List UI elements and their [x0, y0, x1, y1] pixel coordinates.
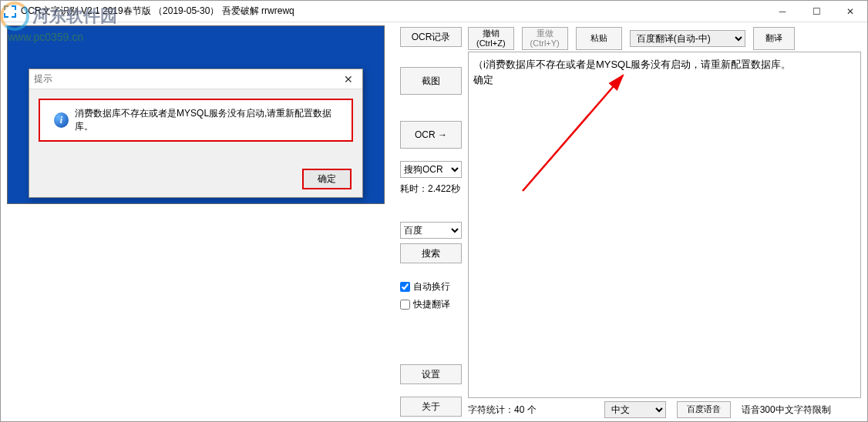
window-controls: ─ ☐ ✕	[765, 1, 867, 22]
voice-button[interactable]: 百度语音	[677, 401, 731, 418]
screenshot-button[interactable]: 截图	[400, 67, 462, 95]
output-textarea[interactable]: （i消费数据库不存在或者是MYSQL服务没有启动，请重新配置数据库。 确定	[468, 52, 861, 398]
svg-line-0	[523, 75, 623, 191]
dialog-message: 消费数据库不存在或者是MYSQL服务没有启动,请重新配置数据库。	[75, 107, 338, 133]
main-window: OCR文字识别 V2.1 2019春节版 （2019-05-30） 吾爱破解 r…	[0, 0, 868, 422]
message-dialog: 提示 ✕ i 消费数据库不存在或者是MYSQL服务没有启动,请重新配置数据库。 …	[29, 69, 363, 198]
output-line-1: （i消费数据库不存在或者是MYSQL服务没有启动，请重新配置数据库。	[473, 57, 856, 72]
title-text: OCR文字识别 V2.1 2019春节版 （2019-05-30） 吾爱破解 r…	[21, 5, 765, 18]
close-button[interactable]: ✕	[833, 1, 867, 22]
search-button[interactable]: 搜索	[400, 243, 462, 263]
auto-wrap-input[interactable]	[400, 282, 410, 292]
minimize-button[interactable]: ─	[765, 1, 799, 22]
translator-select[interactable]: 百度翻译(自动-中)	[630, 30, 745, 47]
titlebar: OCR文字识别 V2.1 2019春节版 （2019-05-30） 吾爱破解 r…	[1, 1, 867, 22]
maximize-button[interactable]: ☐	[799, 1, 833, 22]
dialog-footer: 确定	[302, 169, 352, 189]
paste-button[interactable]: 粘贴	[576, 27, 622, 50]
dialog-ok-button[interactable]: 确定	[302, 169, 352, 189]
char-count-label: 字符统计：40 个	[468, 404, 537, 417]
bottom-bar: 字符统计：40 个 中文 百度语音 语音300中文字符限制	[468, 398, 861, 418]
ocr-engine-select[interactable]: 搜狗OCR	[400, 161, 462, 178]
content-area: 提示 ✕ i 消费数据库不存在或者是MYSQL服务没有启动,请重新配置数据库。 …	[1, 22, 867, 421]
dialog-title: 提示	[34, 72, 339, 85]
translate-button[interactable]: 翻译	[753, 27, 795, 50]
voice-limit-label: 语音300中文字符限制	[742, 404, 831, 417]
annotation-arrow	[507, 68, 661, 199]
ocr-record-button[interactable]: OCR记录	[400, 27, 462, 47]
middle-column: OCR记录 截图 OCR → 搜狗OCR 耗时：2.422秒 百度 搜索 自动换…	[394, 22, 468, 421]
redo-button[interactable]: 重做 (Ctrl+Y)	[522, 27, 568, 50]
dialog-close-icon[interactable]: ✕	[339, 73, 358, 85]
dialog-body: i 消费数据库不存在或者是MYSQL服务没有启动,请重新配置数据库。	[39, 99, 353, 142]
right-pane: 撤销 (Ctrl+Z) 重做 (Ctrl+Y) 粘贴 百度翻译(自动-中) 翻译…	[468, 22, 867, 421]
app-icon	[4, 5, 16, 18]
dialog-titlebar: 提示 ✕	[29, 69, 362, 89]
elapsed-label: 耗时：2.422秒	[400, 183, 462, 196]
settings-button[interactable]: 设置	[400, 364, 462, 384]
quick-translate-checkbox[interactable]: 快捷翻译	[400, 298, 462, 311]
output-line-2: 确定	[473, 72, 856, 88]
info-icon: i	[54, 112, 69, 128]
voice-lang-select[interactable]: 中文	[604, 401, 666, 418]
ocr-button[interactable]: OCR →	[400, 121, 462, 149]
about-button[interactable]: 关于	[400, 397, 462, 417]
quick-translate-input[interactable]	[400, 300, 410, 310]
left-pane: 提示 ✕ i 消费数据库不存在或者是MYSQL服务没有启动,请重新配置数据库。 …	[1, 22, 394, 421]
undo-button[interactable]: 撤销 (Ctrl+Z)	[468, 27, 514, 50]
top-toolbar: 撤销 (Ctrl+Z) 重做 (Ctrl+Y) 粘贴 百度翻译(自动-中) 翻译	[468, 25, 861, 52]
auto-wrap-checkbox[interactable]: 自动换行	[400, 280, 462, 293]
search-engine-select[interactable]: 百度	[400, 222, 462, 239]
